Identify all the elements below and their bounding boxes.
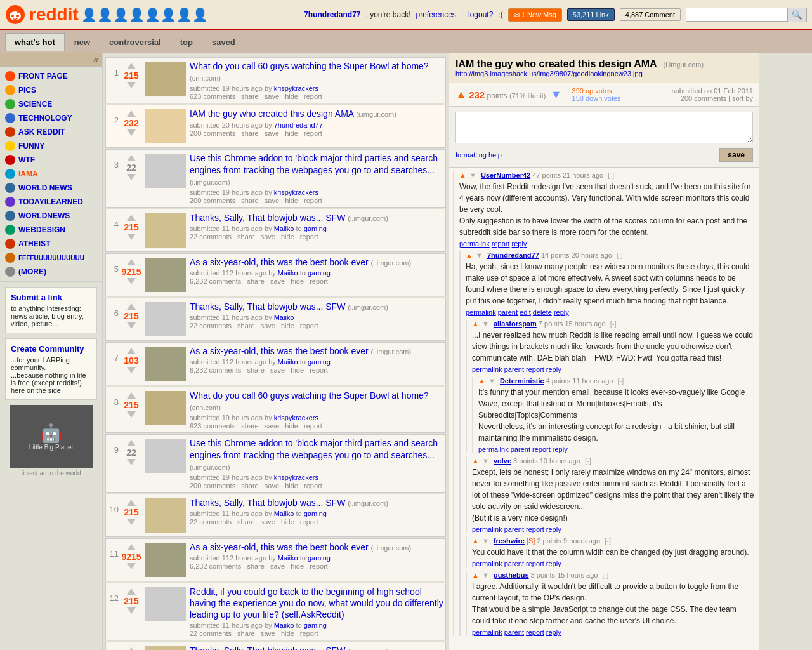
vote-up-btn[interactable] (127, 588, 136, 595)
vote-down-btn[interactable] (127, 129, 136, 136)
sidebar-item-ask-reddit[interactable]: ASK REDDIT (0, 125, 102, 139)
comment-action-reply[interactable]: reply (546, 526, 561, 533)
post-save-link[interactable]: save (270, 562, 285, 570)
vote-up-comment-btn[interactable]: ▲ (478, 377, 485, 385)
vote-down-btn[interactable] (127, 367, 136, 373)
comment-action-parent[interactable]: parent (498, 308, 518, 316)
post-author-link[interactable]: Maiiko (274, 621, 294, 629)
comment-action-reply[interactable]: reply (554, 308, 569, 316)
post-author-link[interactable]: Maiiko (278, 554, 298, 562)
post-report-link[interactable]: report (310, 277, 328, 285)
vote-down-comment-btn[interactable]: ▼ (482, 537, 489, 545)
post-save-link[interactable]: save (270, 277, 285, 285)
post-save-link[interactable]: save (265, 422, 279, 430)
post-title-link[interactable]: As a six-year-old, this was the best boo… (190, 257, 411, 267)
rp-vote-down-btn[interactable]: ▼ (551, 88, 562, 101)
post-comments-link[interactable]: 6,232 comments (190, 366, 241, 374)
comment-collapse-btn[interactable]: [-] (602, 571, 608, 579)
vote-up-btn[interactable] (127, 348, 136, 354)
post-comments-link[interactable]: 22 comments (190, 518, 232, 526)
post-author-link[interactable]: krispykrackers (274, 84, 318, 92)
search-button[interactable]: 🔍 (787, 8, 807, 22)
post-comments-link[interactable]: 6,232 comments (190, 562, 241, 570)
vote-up-btn[interactable] (127, 259, 136, 265)
comment-action-reply[interactable]: reply (512, 240, 527, 248)
vote-down-btn[interactable] (127, 278, 136, 284)
comment-author[interactable]: freshwire (494, 537, 525, 545)
post-report-link[interactable]: report (300, 518, 318, 526)
sidebar-item-ffffuuu[interactable]: FFFFUUUUUUUUUUU (0, 251, 102, 265)
vote-down-btn[interactable] (127, 519, 136, 525)
post-title-link[interactable]: What do you call 60 guys watching the Su… (190, 390, 429, 412)
comment-action-reply[interactable]: reply (546, 628, 561, 636)
comment-action-permalink[interactable]: permalink (472, 628, 502, 636)
post-hide-link[interactable]: hide (285, 93, 298, 100)
post-share-link[interactable]: share (241, 482, 259, 489)
post-report-link[interactable]: report (304, 129, 322, 137)
vote-up-btn[interactable] (127, 647, 136, 650)
comment-author[interactable]: UserNumber42 (481, 171, 530, 179)
comment-action-reply[interactable]: reply (546, 366, 561, 373)
post-report-link[interactable]: report (310, 366, 328, 374)
rp-url[interactable]: http://img3.imageshack.us/img3/9807/good… (455, 70, 753, 77)
post-report-link[interactable]: report (300, 322, 318, 329)
sidebar-item-front-page[interactable]: FRONT PAGE (0, 69, 102, 83)
post-share-link[interactable]: share (241, 129, 259, 137)
vote-up-btn[interactable] (127, 303, 136, 310)
post-report-link[interactable]: report (304, 93, 322, 100)
vote-up-comment-btn[interactable]: ▲ (472, 320, 479, 328)
post-save-link[interactable]: save (265, 129, 279, 137)
vote-up-comment-btn[interactable]: ▲ (472, 457, 479, 465)
comment-action-parent[interactable]: parent (504, 526, 524, 533)
vote-down-btn[interactable] (127, 82, 136, 88)
post-comments-link[interactable]: 22 comments (190, 233, 232, 241)
preferences-link[interactable]: preferences (416, 10, 456, 19)
post-title-link[interactable]: As a six-year-old, this was the best boo… (190, 346, 411, 356)
sidebar-item-science[interactable]: SCIENCE (0, 97, 102, 111)
sidebar-item-worldnews[interactable]: WORLDNEWS (0, 209, 102, 223)
post-hide-link[interactable]: hide (285, 197, 298, 204)
sidebar-item-todayilearned[interactable]: TODAYILEARNED (0, 195, 102, 209)
comment-action-reply[interactable]: reply (546, 560, 561, 567)
post-subreddit-link[interactable]: gaming (308, 269, 331, 277)
vote-down-comment-btn[interactable]: ▼ (476, 251, 483, 259)
post-report-link[interactable]: report (300, 630, 318, 637)
post-author-link[interactable]: krispykrackers (274, 189, 318, 196)
sidebar-item-funny[interactable]: FUNNY (0, 139, 102, 153)
post-title-link[interactable]: What do you call 60 guys watching the Su… (190, 61, 429, 83)
comment-action-report[interactable]: report (526, 526, 544, 533)
post-hide-link[interactable]: hide (281, 233, 294, 241)
post-title-link[interactable]: Thanks, Sally, That blowjob was... SFW (… (190, 302, 388, 312)
comment-count-btn[interactable]: 4,887 Comment (620, 8, 681, 21)
post-comments-link[interactable]: 200 comments (190, 482, 235, 489)
comment-action-permalink[interactable]: permalink (466, 308, 496, 316)
tab-whats-hot[interactable]: what's hot (5, 33, 65, 51)
vote-up-btn[interactable] (127, 440, 136, 446)
post-title-link[interactable]: Thanks, Sally, That blowjob was... SFW (… (190, 213, 388, 223)
post-share-link[interactable]: share (237, 518, 255, 526)
tab-new[interactable]: new (65, 33, 100, 51)
comment-collapse-btn[interactable]: [-] (610, 320, 617, 328)
post-author-link[interactable]: Maiiko (274, 225, 294, 232)
post-share-link[interactable]: share (247, 562, 265, 570)
vote-down-btn[interactable] (127, 411, 136, 418)
post-share-link[interactable]: share (247, 366, 265, 374)
tab-top[interactable]: top (171, 33, 202, 51)
vote-up-btn[interactable] (127, 544, 136, 550)
post-title-link[interactable]: Use this Chrome addon to 'block major th… (190, 153, 438, 186)
post-report-link[interactable]: report (304, 482, 322, 489)
sidebar-item-world-news[interactable]: WORLD NEWS (0, 181, 102, 195)
post-title-link[interactable]: IAM the guy who created this design AMA … (190, 109, 396, 119)
post-author-link[interactable]: 7hundredand77 (274, 121, 323, 129)
post-save-link[interactable]: save (261, 630, 275, 637)
post-save-link[interactable]: save (261, 322, 275, 329)
comment-action-report[interactable]: report (492, 240, 510, 248)
comment-action-permalink[interactable]: permalink (478, 446, 509, 453)
post-title-link[interactable]: Reddit, if you could go back to the begi… (190, 587, 443, 620)
post-subreddit-link[interactable]: gaming (308, 554, 331, 562)
post-hide-link[interactable]: hide (281, 322, 294, 329)
comment-author[interactable]: gusthebus (494, 571, 529, 579)
vote-down-btn[interactable] (127, 459, 136, 465)
comment-action-parent[interactable]: parent (504, 628, 524, 636)
tab-saved[interactable]: saved (202, 33, 245, 51)
